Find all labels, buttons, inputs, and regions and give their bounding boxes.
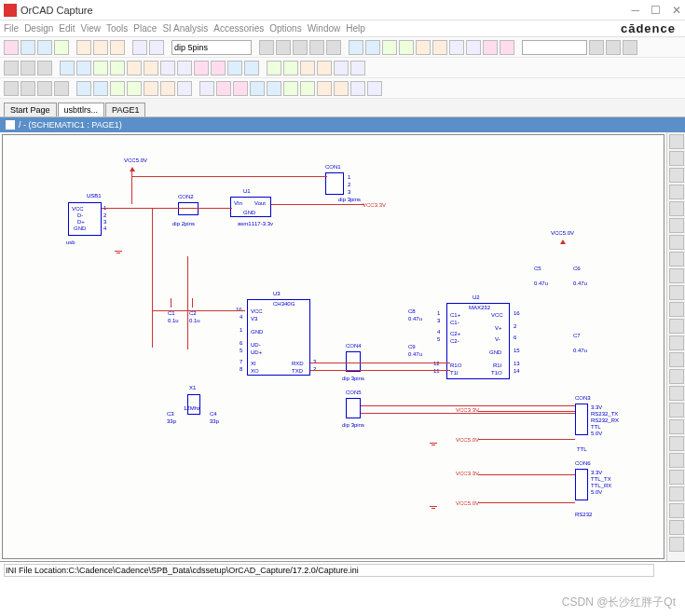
- place-arc-icon[interactable]: [669, 386, 684, 401]
- menu-si[interactable]: SI Analysis: [162, 23, 208, 34]
- filter-input[interactable]: [522, 40, 587, 55]
- open-icon[interactable]: [21, 40, 35, 55]
- rt-21-icon[interactable]: [669, 470, 684, 485]
- place-offpage-icon[interactable]: [669, 285, 684, 300]
- t3-21-icon[interactable]: [350, 81, 365, 96]
- t3-19-icon[interactable]: [317, 81, 332, 96]
- tool-g-icon[interactable]: [449, 40, 464, 55]
- t3-13-icon[interactable]: [216, 81, 231, 96]
- tool-a-icon[interactable]: [349, 40, 363, 55]
- place-text-icon[interactable]: [669, 319, 684, 334]
- t3-20-icon[interactable]: [334, 81, 349, 96]
- part-search-input[interactable]: [171, 40, 252, 55]
- cut-icon[interactable]: [76, 40, 91, 55]
- menu-accessories[interactable]: Accessories: [213, 23, 264, 34]
- t2-17-icon[interactable]: [283, 61, 298, 75]
- save-icon[interactable]: [37, 40, 52, 55]
- print-icon[interactable]: [54, 40, 69, 55]
- component-x1[interactable]: [187, 394, 200, 415]
- zoom-out-icon[interactable]: [276, 40, 291, 55]
- t3-6-icon[interactable]: [93, 81, 108, 96]
- menu-file[interactable]: File: [4, 23, 19, 34]
- menu-place[interactable]: Place: [133, 23, 157, 34]
- place-ground-icon[interactable]: [669, 252, 684, 267]
- t3-16-icon[interactable]: [267, 81, 281, 96]
- component-con4[interactable]: [346, 351, 361, 372]
- tool-e-icon[interactable]: [416, 40, 431, 55]
- rt-22-icon[interactable]: [669, 486, 684, 501]
- schematic-canvas[interactable]: VCC5.0V USB1 VCC D- D+ GND 1 2 3 4 usb C…: [2, 134, 664, 559]
- tool-j-icon[interactable]: [500, 40, 514, 55]
- zoom-in-icon[interactable]: [259, 40, 274, 55]
- zoom-fit-icon[interactable]: [309, 40, 324, 55]
- t3-18-icon[interactable]: [300, 81, 315, 96]
- place-port-icon[interactable]: [669, 268, 684, 283]
- close-button[interactable]: ✕: [672, 4, 681, 17]
- t2-11-icon[interactable]: [177, 61, 192, 75]
- place-rect-icon[interactable]: [669, 352, 684, 367]
- menu-view[interactable]: View: [81, 23, 102, 34]
- t3-9-icon[interactable]: [144, 81, 158, 96]
- zoom-area-icon[interactable]: [293, 40, 308, 55]
- new-icon[interactable]: [4, 40, 19, 55]
- t3-1-icon[interactable]: [4, 81, 19, 96]
- t2-7-icon[interactable]: [110, 61, 125, 75]
- t2-4-icon[interactable]: [60, 61, 75, 75]
- rt-19-icon[interactable]: [669, 436, 684, 451]
- t2-13-icon[interactable]: [211, 61, 226, 75]
- place-power-icon[interactable]: [669, 235, 684, 250]
- place-wire-icon[interactable]: [669, 168, 684, 183]
- menu-design[interactable]: Design: [24, 23, 53, 34]
- t3-17-icon[interactable]: [283, 81, 298, 96]
- menu-tools[interactable]: Tools: [106, 23, 128, 34]
- t2-14-icon[interactable]: [227, 61, 242, 75]
- place-noconnect-icon[interactable]: [669, 302, 684, 317]
- tool-i-icon[interactable]: [483, 40, 498, 55]
- t2-15-icon[interactable]: [244, 61, 259, 75]
- t3-15-icon[interactable]: [250, 81, 265, 96]
- t3-8-icon[interactable]: [127, 81, 142, 96]
- select-tool-icon[interactable]: [669, 134, 684, 149]
- t2-10-icon[interactable]: [160, 61, 175, 75]
- t2-9-icon[interactable]: [144, 61, 158, 75]
- copy-icon[interactable]: [93, 40, 108, 55]
- component-con1[interactable]: [325, 172, 344, 195]
- menu-help[interactable]: Help: [346, 23, 365, 34]
- place-net-icon[interactable]: [669, 185, 684, 199]
- t3-3-icon[interactable]: [37, 81, 52, 96]
- t2-6-icon[interactable]: [93, 61, 108, 75]
- t2-18-icon[interactable]: [300, 61, 315, 75]
- minimize-button[interactable]: ─: [631, 4, 639, 17]
- t3-12-icon[interactable]: [199, 81, 214, 96]
- maximize-button[interactable]: ☐: [651, 4, 661, 17]
- t3-5-icon[interactable]: [76, 81, 91, 96]
- place-poly-icon[interactable]: [669, 403, 684, 418]
- place-ellipse-icon[interactable]: [669, 369, 684, 384]
- t2-5-icon[interactable]: [76, 61, 91, 75]
- t2-19-icon[interactable]: [317, 61, 332, 75]
- t2-2-icon[interactable]: [21, 61, 35, 75]
- tool-h-icon[interactable]: [466, 40, 481, 55]
- component-con6[interactable]: [575, 469, 588, 500]
- component-con2[interactable]: [178, 202, 199, 215]
- t2-1-icon[interactable]: [4, 61, 19, 75]
- t2-8-icon[interactable]: [127, 61, 142, 75]
- rt-24-icon[interactable]: [669, 520, 684, 535]
- place-pic-icon[interactable]: [669, 419, 684, 434]
- place-junction-icon[interactable]: [669, 218, 684, 233]
- tool-b-icon[interactable]: [365, 40, 380, 55]
- t2-16-icon[interactable]: [267, 61, 281, 75]
- view-icon[interactable]: [326, 40, 341, 55]
- t2-21-icon[interactable]: [350, 61, 365, 75]
- rt-20-icon[interactable]: [669, 453, 684, 468]
- t2-3-icon[interactable]: [37, 61, 52, 75]
- tab-design[interactable]: usbttlrs...: [58, 103, 105, 116]
- t3-10-icon[interactable]: [160, 81, 175, 96]
- t3-2-icon[interactable]: [21, 81, 35, 96]
- t3-11-icon[interactable]: [177, 81, 192, 96]
- redo-icon[interactable]: [149, 40, 164, 55]
- dropdown-icon[interactable]: [589, 40, 604, 55]
- rt-25-icon[interactable]: [669, 537, 684, 552]
- nav-prev-icon[interactable]: [606, 40, 621, 55]
- tool-d-icon[interactable]: [399, 40, 414, 55]
